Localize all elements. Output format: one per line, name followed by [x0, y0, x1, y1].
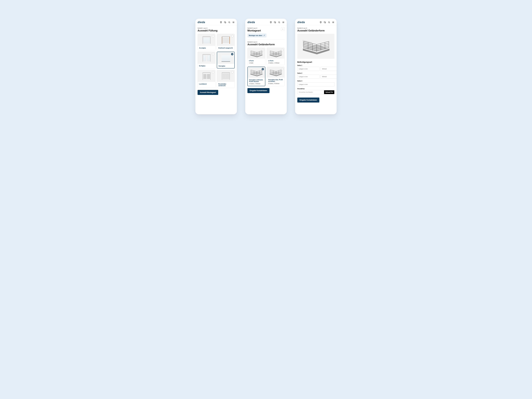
upload-button[interactable]: Upload File: [324, 90, 334, 94]
field-label: Seite 1: [297, 64, 335, 66]
screen-step-1: dieda Schritt 1 von 4 Auswahl Füllung: [195, 19, 237, 114]
radio-unchecked: [231, 71, 234, 73]
option-label: Echtglas: [198, 64, 215, 68]
topbar-actions: [319, 21, 335, 24]
svg-rect-1: [224, 21, 226, 23]
radio-unchecked: [212, 71, 214, 73]
field-label: Grundriss: [297, 88, 335, 89]
length-input[interactable]: [297, 67, 319, 71]
page-title: Auswahl Geländerform: [297, 29, 335, 32]
upload-placeholder: Grundriss hochladen: [298, 90, 324, 94]
svg-point-5: [279, 21, 280, 23]
menu-icon[interactable]: [232, 21, 235, 24]
option-l-form[interactable]: L-Form 2 Seiten, 1 Winkel: [267, 48, 285, 65]
selection-chip[interactable]: Montage von oben: [247, 33, 266, 38]
svg-line-85: [317, 43, 329, 46]
option-sub: 5 Seiten, 4 Winkel: [267, 83, 285, 86]
radio-unchecked: [281, 49, 283, 51]
location-icon[interactable]: [270, 21, 272, 24]
topbar: dieda: [195, 19, 237, 25]
radio-unchecked: [212, 35, 214, 37]
topbar: dieda: [245, 19, 287, 25]
length-input[interactable]: [297, 75, 319, 79]
option-sub: 2 Seiten, 1 Winkel: [267, 62, 285, 65]
configurator-icon[interactable]: [324, 21, 326, 24]
option-label: Rundstäbe senkrecht: [217, 82, 234, 88]
search-icon[interactable]: [328, 21, 330, 24]
topbar: dieda: [295, 19, 337, 25]
grundriss-upload: Grundriss Grundriss hochladen Upload Fil…: [297, 88, 335, 94]
shape-preview: [249, 48, 264, 58]
option-i-form[interactable]: I-Form 1-Seite: [247, 48, 265, 65]
step-indicator: Schritt 3 von 4: [247, 41, 285, 43]
radio-unchecked: [281, 68, 283, 70]
step-indicator: Schritt 1 von 4: [197, 27, 235, 29]
edit-icon: [263, 35, 265, 36]
shape-preview-large: [297, 34, 335, 59]
side-1: Seite 1: [297, 64, 335, 71]
option-ganzglas-anthrazit[interactable]: Ganzglas anthrazit, Profil eloxiert 3 Se…: [247, 67, 265, 86]
radio-unchecked: [212, 53, 214, 55]
angle-input[interactable]: [321, 67, 337, 71]
option-label: Drahtseil waagrecht: [217, 46, 234, 50]
svg-rect-67: [324, 21, 325, 23]
shape-preview: [268, 48, 283, 58]
radio-checked: [262, 68, 264, 70]
option-echtglas[interactable]: Echtglas: [197, 52, 215, 69]
section-title: Montageart: [247, 29, 261, 32]
menu-icon[interactable]: [332, 21, 335, 24]
option-drahtseil[interactable]: Drahtseil waagrecht: [217, 34, 235, 50]
svg-point-2: [228, 21, 230, 23]
search-icon[interactable]: [278, 21, 280, 24]
option-rundstaebe[interactable]: Rundstäbe senkrecht: [217, 70, 235, 88]
step-indicator: Schritt 4 von 4: [297, 27, 335, 29]
radio-checked: [231, 53, 233, 55]
option-label: Acrylglas: [198, 46, 215, 50]
option-ganzglas-klar[interactable]: Ganzglas klar, Profil scchwarz 5 Seiten,…: [267, 67, 285, 86]
svg-line-84: [317, 41, 329, 44]
collapse-toggle[interactable]: [281, 27, 285, 31]
brand-logo: dieda: [197, 21, 205, 24]
menu-icon[interactable]: [282, 21, 285, 24]
section-title: Befestigungsart: [297, 61, 335, 63]
svg-point-0: [221, 22, 221, 22]
next-button[interactable]: Eingabe Kontaktdaten: [247, 88, 269, 93]
side-2: Seite 2: [297, 72, 335, 79]
side-3: Seite 3: [297, 80, 335, 86]
step-indicator: Schritt 3 von 4: [247, 27, 261, 29]
configurator-icon[interactable]: [224, 21, 226, 24]
topbar-actions: [270, 21, 285, 24]
chip-label: Montage von oben: [249, 35, 262, 36]
length-input[interactable]: [297, 82, 335, 86]
location-icon[interactable]: [319, 21, 322, 24]
screen-step-3: dieda Schritt 3 von 4 Montageart: [245, 19, 287, 114]
topbar-actions: [220, 21, 235, 24]
next-button[interactable]: Auswahl Montageart: [197, 90, 218, 95]
radio-unchecked: [231, 35, 234, 37]
page-title: Auswahl Füllung: [197, 29, 235, 32]
option-lochblech[interactable]: Lochblech: [197, 70, 215, 88]
shape-preview: [268, 67, 283, 77]
option-sub: 3 Seiten, 2 Winkel: [248, 83, 265, 86]
svg-point-66: [320, 22, 321, 22]
angle-input[interactable]: [321, 75, 337, 79]
radio-unchecked: [262, 49, 264, 51]
option-label: Ganzglas anthrazit, Profil eloxiert: [248, 78, 265, 84]
option-label: Ganzglas: [217, 64, 234, 68]
brand-logo: dieda: [247, 21, 255, 24]
option-label: Ganzglas klar, Profil scchwarz: [267, 78, 285, 83]
field-label: Seite 3: [297, 80, 335, 82]
section-title: Auswahl Geländerform: [247, 43, 285, 46]
option-ganzglas[interactable]: Ganzglas: [217, 52, 235, 69]
svg-point-3: [271, 22, 271, 22]
next-button[interactable]: Eingabe Kontaktdaten: [297, 98, 319, 102]
svg-rect-4: [274, 21, 275, 23]
svg-point-68: [328, 21, 329, 23]
field-label: Seite 2: [297, 72, 335, 74]
location-icon[interactable]: [220, 21, 222, 24]
search-icon[interactable]: [228, 21, 231, 24]
configurator-icon[interactable]: [274, 21, 276, 24]
option-acrylglas[interactable]: Acrylglas: [197, 34, 215, 50]
brand-logo: dieda: [297, 21, 305, 24]
option-sub: 1-Seite: [247, 62, 265, 65]
